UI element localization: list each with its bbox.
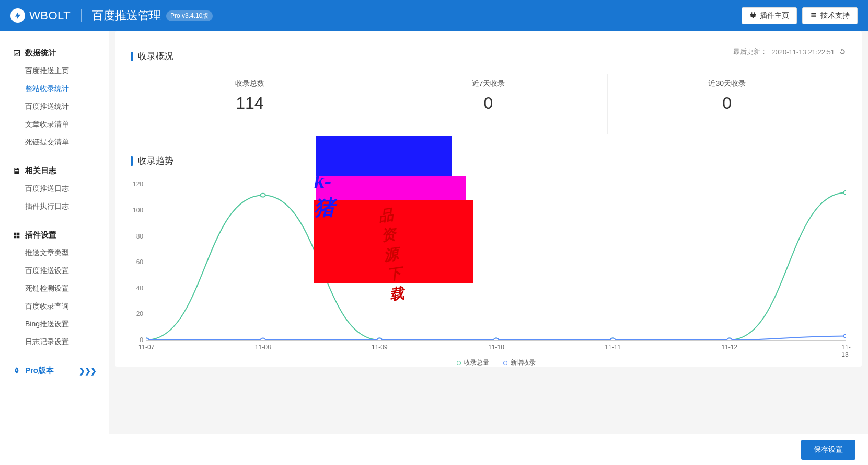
sidebar-item[interactable]: 百度推送日志: [0, 180, 109, 198]
x-tick-label: 11-07: [138, 344, 155, 351]
svg-point-13: [843, 334, 846, 338]
x-tick-label: 11-08: [255, 344, 271, 351]
trend-section: 收录趋势 020406080100120 11-0711-0811-0911-1…: [131, 155, 846, 367]
stat-value: 0: [369, 94, 608, 113]
chart-icon: [13, 49, 21, 58]
sidebar-item[interactable]: Bing推送设置: [0, 315, 109, 333]
svg-point-10: [494, 338, 499, 340]
stat-value: 114: [131, 94, 369, 113]
x-tick-label: 11-13: [841, 344, 850, 358]
svg-point-11: [610, 338, 615, 340]
grid-icon: [13, 231, 21, 240]
sidebar-item[interactable]: 百度推送设置: [0, 262, 109, 280]
main-content: 收录概况 最后更新： 2020-11-13 21:22:51 收录总数114近7…: [109, 31, 868, 434]
x-tick-label: 11-12: [721, 344, 737, 351]
sidebar-item[interactable]: 日志记录设置: [0, 333, 109, 351]
version-badge: Pro v3.4.10版: [166, 10, 213, 21]
svg-point-1: [260, 194, 265, 197]
sidebar-item[interactable]: 死链提交清单: [0, 133, 109, 151]
sidebar-item[interactable]: 推送文章类型: [0, 244, 109, 262]
y-tick-label: 20: [136, 310, 143, 317]
sidebar-pro-link[interactable]: Pro版本 ❯❯❯: [0, 361, 109, 380]
tech-support-button[interactable]: 技术支持: [802, 7, 858, 24]
list-icon: [810, 12, 817, 20]
page-title: 百度推送管理: [92, 8, 161, 24]
stat-cell: 收录总数114: [131, 74, 369, 134]
top-divider: [81, 9, 82, 22]
y-tick-label: 120: [133, 180, 143, 188]
plug-icon: [749, 12, 757, 20]
sidebar-item[interactable]: 百度推送主页: [0, 62, 109, 80]
x-tick-label: 11-11: [605, 344, 621, 351]
y-tick-label: 0: [140, 336, 143, 344]
doc-icon: [13, 167, 21, 175]
svg-point-9: [377, 338, 382, 340]
y-tick-label: 60: [136, 258, 143, 266]
stat-label: 近7天收录: [369, 79, 608, 88]
brand-text: WBOLT: [29, 9, 71, 22]
y-tick-label: 100: [133, 207, 143, 214]
sidebar-item[interactable]: 文章收录清单: [0, 116, 109, 133]
last-update: 最后更新： 2020-11-13 21:22:51: [733, 47, 846, 56]
stat-cell: 近30天收录0: [608, 74, 846, 134]
sidebar-item[interactable]: 插件执行日志: [0, 198, 109, 216]
svg-point-8: [260, 338, 265, 340]
chevron-right-icon: ❯❯❯: [79, 367, 96, 375]
stat-value: 0: [608, 94, 846, 113]
chart: 020406080100120 11-0711-0811-0911-1011-1…: [131, 178, 846, 367]
refresh-icon[interactable]: [839, 48, 846, 55]
y-tick-label: 40: [136, 285, 143, 292]
bolt-logo-icon: [10, 8, 25, 23]
stats-row: 收录总数114近7天收录0近30天收录0: [131, 74, 846, 134]
sidebar-item[interactable]: 百度推送统计: [0, 98, 109, 116]
svg-point-12: [727, 338, 732, 340]
sidebar-item[interactable]: 死链检测设置: [0, 280, 109, 298]
sidebar-group-settings: 插件设置: [0, 226, 109, 244]
stat-cell: 近7天收录0: [369, 74, 608, 134]
title-bar-icon: [131, 156, 133, 166]
rocket-icon: [13, 367, 21, 375]
plugin-home-button[interactable]: 插件主页: [742, 7, 797, 24]
brand-block: WBOLT: [10, 8, 71, 23]
stat-label: 收录总数: [131, 79, 369, 88]
y-tick-label: 80: [136, 233, 143, 240]
sidebar-group-logs: 相关日志: [0, 162, 109, 180]
svg-point-6: [843, 191, 846, 195]
sidebar-item[interactable]: 百度收录查询: [0, 298, 109, 315]
stat-label: 近30天收录: [608, 79, 846, 88]
overview-card: 收录概况 最后更新： 2020-11-13 21:22:51 收录总数114近7…: [115, 31, 862, 367]
top-bar: WBOLT 百度推送管理 Pro v3.4.10版 插件主页 技术支持: [0, 0, 868, 31]
trend-title: 收录趋势: [131, 155, 846, 167]
sidebar-item[interactable]: 整站收录统计: [0, 80, 109, 98]
svg-point-7: [146, 338, 149, 340]
x-tick-label: 11-09: [372, 344, 388, 351]
x-tick-label: 11-10: [488, 344, 504, 351]
title-bar-icon: [131, 52, 133, 61]
sidebar-group-stats: 数据统计: [0, 44, 109, 62]
sidebar: 数据统计 百度推送主页整站收录统计百度推送统计文章收录清单死链提交清单 相关日志…: [0, 31, 109, 434]
